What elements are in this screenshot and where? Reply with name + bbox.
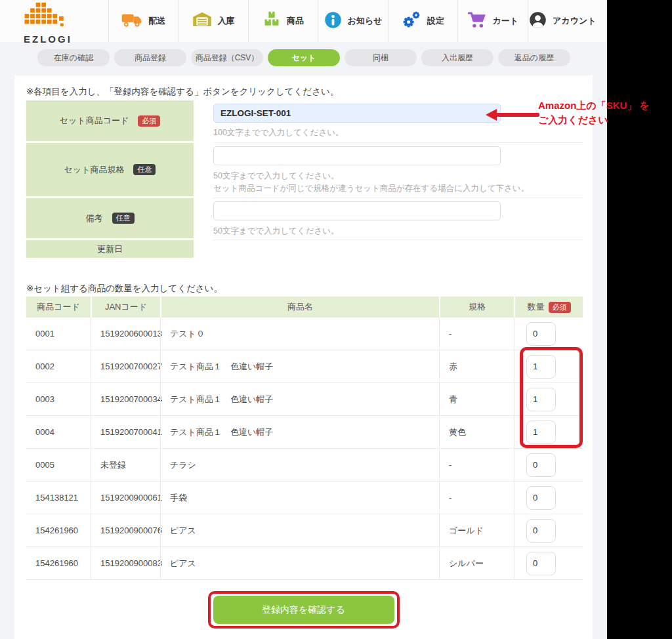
quantity-input[interactable] [526,552,556,575]
cell-spec: 黄色 [439,416,514,448]
cell-jan-code: 1519200900076 [91,514,160,546]
tab-product-register[interactable]: 商品登録 [114,49,186,66]
cell-quantity [514,383,583,415]
ezlogi-logo-text: EZLOGI [24,33,96,45]
cell-spec: - [439,482,514,514]
remarks-label: 備考 [86,213,103,224]
warehouse-icon [192,11,212,31]
quantity-input[interactable] [526,322,556,346]
cell-quantity [514,416,583,448]
tab-return-history[interactable]: 返品の履歴 [498,49,570,66]
cell-jan-code: 1519200900083 [91,547,160,579]
updated-content [213,240,583,260]
ezlogi-logo-icon [24,21,68,32]
set-spec-helper-1: 50文字までで入力してください。 [213,171,339,182]
tab-in-out-history[interactable]: 入出履歴 [421,49,494,66]
quantity-input[interactable] [526,519,556,543]
set-code-label: セット商品コード [60,115,129,127]
nav-label-cart: カート [493,15,519,27]
tab-product-register-csv[interactable]: 商品登録（CSV） [191,49,263,66]
nav-item-account[interactable]: アカウント [528,0,597,42]
cell-product-code: 0004 [26,416,91,448]
table-row: 154261960 1519200900076 ピアス ゴールド [26,514,583,547]
cell-quantity [514,318,583,350]
truck-icon [121,11,142,31]
account-icon [529,11,547,31]
set-spec-input[interactable] [213,146,501,165]
ezlogi-logo[interactable]: EZLOGI [24,3,96,45]
table-row: 154138121 1519200900061 手袋 - [26,482,583,514]
cell-jan-code: 未登録 [91,449,160,481]
set-spec-label-cell: セット商品規格 任意 [26,143,194,196]
cell-product-code: 154138121 [26,482,91,514]
cell-jan-code: 1519200700041 [91,416,160,448]
form-row-remarks: 備考 任意 50文字までで入力してください。 [26,198,583,240]
cell-product-code: 0001 [26,318,91,350]
nav-item-news[interactable]: お知らせ [318,0,387,42]
tab-bundle[interactable]: 同梱 [345,49,417,66]
set-spec-content: 50文字までで入力してください。 セット商品コードが同じで規格が違うセット商品が… [213,143,583,198]
cell-product-name: チラシ [160,449,439,481]
nav-item-items[interactable]: 商品 [248,0,318,42]
nav-label-settings: 設定 [427,15,444,27]
cell-product-name: テスト商品１ 色違い帽子 [160,383,439,415]
set-spec-label: セット商品規格 [64,164,125,176]
cell-product-code: 154261960 [26,547,91,579]
nav-item-cart[interactable]: カート [457,0,527,42]
nav-label-account: アカウント [553,15,597,27]
cell-spec: シルバー [439,547,514,579]
quantity-input[interactable] [526,421,556,444]
set-code-input[interactable] [213,104,501,123]
optional-badge: 任意 [133,164,156,175]
cell-product-name: ピアス [160,547,439,579]
app-header: EZLOGI 配送 [0,0,672,42]
cell-spec: - [439,318,514,350]
required-badge: 必須 [549,302,571,313]
cell-quantity [514,547,583,579]
header-jan-code: JANコード [91,297,160,318]
table-row: 0002 1519200700027 テスト商品１ 色違い帽子 赤 [26,350,583,383]
required-badge: 必須 [138,115,160,127]
cell-product-code: 0005 [26,449,91,481]
nav-item-settings[interactable]: 設定 [388,0,457,42]
cell-jan-code: 1519200700034 [91,383,160,415]
header-quantity-label: 数量 [528,301,545,313]
cell-spec: 青 [439,383,514,415]
tab-stock-check[interactable]: 在庫の確認 [37,49,110,66]
nav-label-products: 入庫 [218,15,235,27]
updated-label: 更新日 [97,243,123,255]
cell-spec: 赤 [439,350,514,382]
products-table: 商品コード JANコード 商品名 規格 数量 必須 0001 151920060… [26,297,583,580]
confirm-registration-button[interactable]: 登録内容を確認する [213,596,394,624]
nav-label-news: お知らせ [348,15,383,27]
set-code-label-cell: セット商品コード 必須 [26,100,194,141]
set-register-panel: ※各項目を入力し、「登録内容を確認する」ボタンをクリックしてください。 セット商… [14,75,593,639]
quantity-input[interactable] [526,355,556,379]
quantity-input[interactable] [526,388,556,411]
gear-icon [402,10,421,31]
cell-spec: - [439,449,514,481]
boxes-icon [262,11,281,31]
nav-item-warehousing[interactable]: 入庫 [178,0,247,42]
tab-set[interactable]: セット [268,49,340,66]
form-instruction: ※各項目を入力し、「登録内容を確認する」ボタンをクリックしてください。 [26,86,339,98]
cart-icon [467,11,487,31]
remarks-input[interactable] [213,201,501,220]
quantity-input[interactable] [526,453,556,477]
table-row: 0004 1519200700041 テスト商品１ 色違い帽子 黄色 [26,416,583,449]
nav-item-delivery[interactable]: 配送 [108,0,178,42]
table-row: 154261960 1519200900083 ピアス シルバー [26,547,583,580]
cell-spec: ゴールド [439,514,514,546]
black-sidebar [607,0,672,639]
set-spec-helper-2: セット商品コードが同じで規格が違うセット商品が存在する場合に入力して下さい。 [213,183,529,194]
cell-product-code: 0003 [26,383,91,415]
header-spec: 規格 [439,297,514,318]
table-instruction: ※セット組する商品の数量を入力してください。 [26,283,222,295]
info-icon [324,11,342,31]
set-code-helper: 100文字までで入力してください。 [213,127,344,138]
nav-label-items: 商品 [287,15,304,27]
cell-jan-code: 1519200600013 [91,318,160,350]
quantity-input[interactable] [526,486,556,510]
form-row-set-spec: セット商品規格 任意 50文字までで入力してください。 セット商品コードが同じで… [26,143,583,198]
cell-product-code: 154261960 [26,514,91,546]
